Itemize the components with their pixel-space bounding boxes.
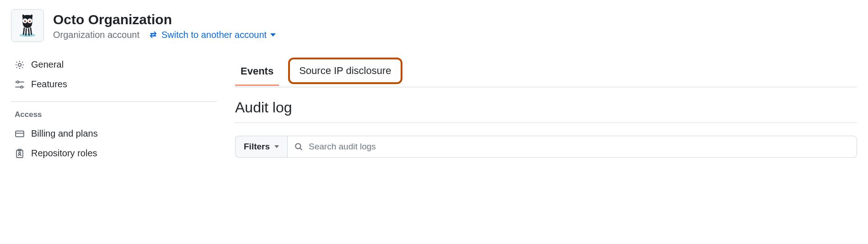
svg-point-6: [18, 63, 21, 66]
credit-card-icon: [15, 129, 25, 139]
tab-events[interactable]: Events: [235, 59, 279, 85]
sidebar-item-features[interactable]: Features: [11, 74, 217, 94]
sidebar-item-label: General: [31, 59, 64, 70]
search-input[interactable]: [309, 136, 850, 157]
org-header: Octo Organization Organization account S…: [11, 9, 868, 42]
filters-label: Filters: [244, 142, 270, 152]
sidebar-item-repo-roles[interactable]: Repository roles: [11, 143, 217, 163]
gear-icon: [15, 60, 25, 70]
svg-point-4: [24, 20, 26, 22]
sidebar-section-title: Access: [11, 107, 217, 124]
svg-point-1: [20, 34, 36, 37]
svg-point-5: [29, 20, 31, 22]
page-title: Audit log: [235, 99, 857, 116]
svg-point-12: [19, 152, 21, 154]
octocat-icon: [15, 13, 40, 38]
sidebar-item-general[interactable]: General: [11, 55, 217, 74]
svg-point-7: [17, 81, 19, 83]
org-avatar: [11, 9, 44, 42]
org-title: Octo Organization: [53, 11, 276, 28]
title-divider: [235, 122, 857, 123]
caret-down-icon: [270, 33, 276, 37]
sidebar-divider: [11, 101, 217, 102]
svg-point-13: [295, 143, 300, 149]
search-wrapper[interactable]: [287, 136, 857, 158]
search-icon: [294, 142, 303, 151]
svg-point-8: [21, 86, 22, 88]
tab-source-ip-disclosure[interactable]: Source IP disclosure: [288, 58, 402, 84]
sidebar-item-label: Billing and plans: [31, 128, 98, 139]
org-subtitle: Organization account: [53, 30, 139, 40]
sidebar-item-label: Features: [31, 79, 67, 90]
tab-label: Source IP disclosure: [299, 65, 391, 76]
sidebar-item-label: Repository roles: [31, 148, 97, 159]
main-content: Events Source IP disclosure Audit log Fi…: [235, 55, 868, 158]
switch-account-label: Switch to another account: [161, 30, 267, 40]
caret-down-icon: [274, 145, 279, 148]
svg-rect-9: [16, 131, 24, 136]
tab-label: Events: [241, 65, 273, 77]
tabs: Events Source IP disclosure: [235, 55, 857, 87]
sidebar: General Features Access Billing and plan…: [11, 55, 217, 163]
sidebar-item-billing[interactable]: Billing and plans: [11, 124, 217, 143]
clipboard-person-icon: [15, 149, 25, 159]
sliders-icon: [15, 80, 25, 90]
arrow-switch-icon: [149, 30, 158, 39]
filter-row: Filters: [235, 136, 857, 158]
filters-button[interactable]: Filters: [235, 136, 287, 158]
switch-account-link[interactable]: Switch to another account: [149, 30, 276, 40]
